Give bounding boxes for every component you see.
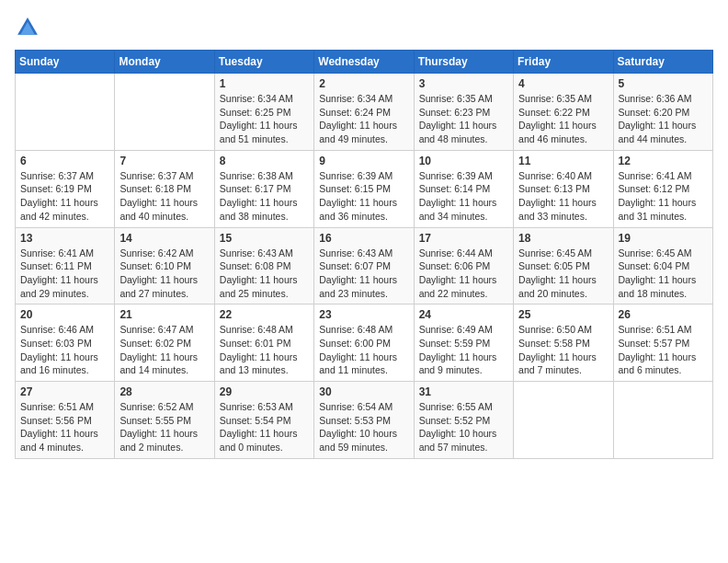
- calendar-cell: 25Sunrise: 6:50 AMSunset: 5:58 PMDayligh…: [514, 304, 613, 382]
- cell-info: Sunrise: 6:43 AMSunset: 6:07 PMDaylight:…: [319, 247, 408, 301]
- calendar-cell: 3Sunrise: 6:35 AMSunset: 6:23 PMDaylight…: [414, 74, 513, 151]
- calendar-body: 1Sunrise: 6:34 AMSunset: 6:25 PMDaylight…: [16, 74, 713, 459]
- calendar-cell: 8Sunrise: 6:38 AMSunset: 6:17 PMDaylight…: [214, 150, 313, 227]
- calendar-week-4: 20Sunrise: 6:46 AMSunset: 6:03 PMDayligh…: [16, 304, 713, 382]
- calendar-cell: 24Sunrise: 6:49 AMSunset: 5:59 PMDayligh…: [414, 304, 513, 382]
- day-number: 13: [20, 232, 109, 245]
- calendar-cell: 21Sunrise: 6:47 AMSunset: 6:02 PMDayligh…: [115, 304, 214, 382]
- calendar-cell: 22Sunrise: 6:48 AMSunset: 6:01 PMDayligh…: [214, 304, 313, 382]
- day-number: 27: [20, 385, 109, 398]
- day-number: 30: [319, 385, 408, 398]
- calendar-week-3: 13Sunrise: 6:41 AMSunset: 6:11 PMDayligh…: [16, 227, 713, 304]
- cell-info: Sunrise: 6:34 AMSunset: 6:25 PMDaylight:…: [220, 92, 309, 146]
- cell-info: Sunrise: 6:38 AMSunset: 6:17 PMDaylight:…: [220, 169, 309, 224]
- calendar-cell: [115, 74, 214, 151]
- cell-info: Sunrise: 6:39 AMSunset: 6:15 PMDaylight:…: [319, 169, 408, 224]
- calendar-cell: 30Sunrise: 6:54 AMSunset: 5:53 PMDayligh…: [314, 382, 414, 459]
- weekday-header-friday: Friday: [514, 51, 613, 74]
- calendar-cell: 7Sunrise: 6:37 AMSunset: 6:18 PMDaylight…: [115, 150, 214, 227]
- calendar-cell: 23Sunrise: 6:48 AMSunset: 6:00 PMDayligh…: [314, 304, 414, 382]
- calendar-cell: 2Sunrise: 6:34 AMSunset: 6:24 PMDaylight…: [314, 74, 414, 151]
- day-number: 5: [619, 77, 708, 90]
- day-number: 6: [20, 155, 109, 167]
- day-number: 11: [518, 155, 608, 167]
- day-number: 4: [518, 77, 608, 90]
- calendar-cell: 15Sunrise: 6:43 AMSunset: 6:08 PMDayligh…: [214, 227, 313, 304]
- cell-info: Sunrise: 6:48 AMSunset: 6:00 PMDaylight:…: [319, 323, 408, 377]
- calendar-cell: 14Sunrise: 6:42 AMSunset: 6:10 PMDayligh…: [115, 227, 214, 304]
- cell-info: Sunrise: 6:35 AMSunset: 6:23 PMDaylight:…: [419, 92, 508, 146]
- calendar-week-2: 6Sunrise: 6:37 AMSunset: 6:19 PMDaylight…: [16, 150, 713, 227]
- calendar-header: SundayMondayTuesdayWednesdayThursdayFrid…: [16, 51, 713, 74]
- calendar-cell: 27Sunrise: 6:51 AMSunset: 5:56 PMDayligh…: [16, 382, 115, 459]
- day-number: 7: [119, 155, 209, 167]
- logo: [15, 15, 44, 40]
- cell-info: Sunrise: 6:37 AMSunset: 6:19 PMDaylight:…: [20, 169, 109, 224]
- day-number: 2: [319, 77, 408, 90]
- calendar-cell: [514, 382, 613, 459]
- calendar-cell: 28Sunrise: 6:52 AMSunset: 5:55 PMDayligh…: [115, 382, 214, 459]
- day-number: 10: [419, 155, 508, 167]
- calendar-cell: 12Sunrise: 6:41 AMSunset: 6:12 PMDayligh…: [613, 150, 712, 227]
- day-number: 16: [319, 232, 408, 245]
- calendar-cell: [613, 382, 712, 459]
- cell-info: Sunrise: 6:53 AMSunset: 5:54 PMDaylight:…: [220, 400, 309, 454]
- page-header: [15, 15, 713, 40]
- cell-info: Sunrise: 6:51 AMSunset: 5:57 PMDaylight:…: [619, 323, 708, 377]
- cell-info: Sunrise: 6:49 AMSunset: 5:59 PMDaylight:…: [419, 323, 508, 377]
- cell-info: Sunrise: 6:42 AMSunset: 6:10 PMDaylight:…: [119, 247, 209, 301]
- day-number: 14: [119, 232, 209, 245]
- day-number: 22: [220, 308, 309, 321]
- cell-info: Sunrise: 6:43 AMSunset: 6:08 PMDaylight:…: [220, 247, 309, 301]
- day-number: 25: [518, 308, 608, 321]
- weekday-header-thursday: Thursday: [414, 51, 513, 74]
- calendar-cell: 29Sunrise: 6:53 AMSunset: 5:54 PMDayligh…: [214, 382, 313, 459]
- cell-info: Sunrise: 6:54 AMSunset: 5:53 PMDaylight:…: [319, 400, 408, 454]
- calendar-week-5: 27Sunrise: 6:51 AMSunset: 5:56 PMDayligh…: [16, 382, 713, 459]
- logo-icon: [15, 15, 40, 40]
- cell-info: Sunrise: 6:39 AMSunset: 6:14 PMDaylight:…: [419, 169, 508, 224]
- cell-info: Sunrise: 6:46 AMSunset: 6:03 PMDaylight:…: [20, 323, 109, 377]
- cell-info: Sunrise: 6:41 AMSunset: 6:11 PMDaylight:…: [20, 247, 109, 301]
- day-number: 1: [220, 77, 309, 90]
- day-number: 17: [419, 232, 508, 245]
- day-number: 8: [220, 155, 309, 167]
- weekday-header-saturday: Saturday: [613, 51, 712, 74]
- calendar-cell: 9Sunrise: 6:39 AMSunset: 6:15 PMDaylight…: [314, 150, 414, 227]
- calendar-cell: 19Sunrise: 6:45 AMSunset: 6:04 PMDayligh…: [613, 227, 712, 304]
- cell-info: Sunrise: 6:35 AMSunset: 6:22 PMDaylight:…: [518, 92, 608, 146]
- cell-info: Sunrise: 6:45 AMSunset: 6:05 PMDaylight:…: [518, 247, 608, 301]
- calendar-cell: 17Sunrise: 6:44 AMSunset: 6:06 PMDayligh…: [414, 227, 513, 304]
- weekday-header-wednesday: Wednesday: [314, 51, 414, 74]
- day-number: 15: [220, 232, 309, 245]
- calendar-cell: 31Sunrise: 6:55 AMSunset: 5:52 PMDayligh…: [414, 382, 513, 459]
- weekday-header-tuesday: Tuesday: [214, 51, 313, 74]
- cell-info: Sunrise: 6:45 AMSunset: 6:04 PMDaylight:…: [619, 247, 708, 301]
- day-number: 24: [419, 308, 508, 321]
- weekday-header-monday: Monday: [115, 51, 214, 74]
- day-number: 21: [119, 308, 209, 321]
- day-number: 20: [20, 308, 109, 321]
- weekday-header-row: SundayMondayTuesdayWednesdayThursdayFrid…: [16, 51, 713, 74]
- calendar-cell: 10Sunrise: 6:39 AMSunset: 6:14 PMDayligh…: [414, 150, 513, 227]
- cell-info: Sunrise: 6:37 AMSunset: 6:18 PMDaylight:…: [119, 169, 209, 224]
- day-number: 12: [619, 155, 708, 167]
- day-number: 9: [319, 155, 408, 167]
- calendar-cell: 16Sunrise: 6:43 AMSunset: 6:07 PMDayligh…: [314, 227, 414, 304]
- cell-info: Sunrise: 6:41 AMSunset: 6:12 PMDaylight:…: [619, 169, 708, 224]
- cell-info: Sunrise: 6:50 AMSunset: 5:58 PMDaylight:…: [518, 323, 608, 377]
- calendar-cell: 6Sunrise: 6:37 AMSunset: 6:19 PMDaylight…: [16, 150, 115, 227]
- cell-info: Sunrise: 6:52 AMSunset: 5:55 PMDaylight:…: [119, 400, 209, 454]
- cell-info: Sunrise: 6:55 AMSunset: 5:52 PMDaylight:…: [419, 400, 508, 454]
- calendar-cell: 20Sunrise: 6:46 AMSunset: 6:03 PMDayligh…: [16, 304, 115, 382]
- cell-info: Sunrise: 6:47 AMSunset: 6:02 PMDaylight:…: [119, 323, 209, 377]
- day-number: 29: [220, 385, 309, 398]
- cell-info: Sunrise: 6:34 AMSunset: 6:24 PMDaylight:…: [319, 92, 408, 146]
- cell-info: Sunrise: 6:40 AMSunset: 6:13 PMDaylight:…: [518, 169, 608, 224]
- day-number: 23: [319, 308, 408, 321]
- calendar-cell: 5Sunrise: 6:36 AMSunset: 6:20 PMDaylight…: [613, 74, 712, 151]
- cell-info: Sunrise: 6:48 AMSunset: 6:01 PMDaylight:…: [220, 323, 309, 377]
- cell-info: Sunrise: 6:51 AMSunset: 5:56 PMDaylight:…: [20, 400, 109, 454]
- calendar-cell: 18Sunrise: 6:45 AMSunset: 6:05 PMDayligh…: [514, 227, 613, 304]
- day-number: 26: [619, 308, 708, 321]
